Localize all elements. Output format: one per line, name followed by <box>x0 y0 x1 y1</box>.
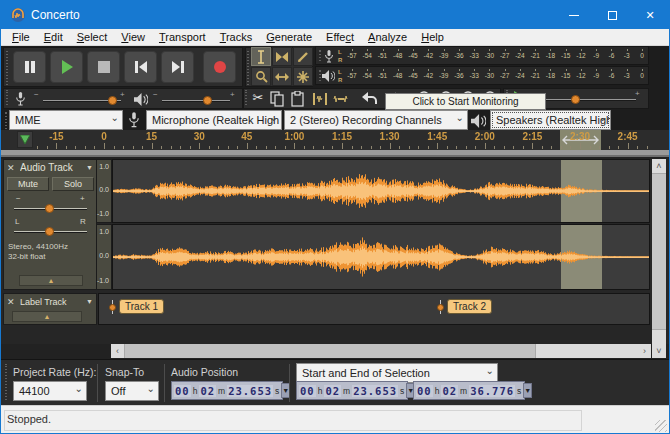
ruler-label: 2:30 <box>570 131 590 142</box>
mute-button[interactable]: Mute <box>7 177 49 191</box>
menu-help[interactable]: Help <box>414 31 451 43</box>
record-volume-handle[interactable] <box>108 96 117 105</box>
menu-edit[interactable]: Edit <box>37 31 70 43</box>
gain-handle[interactable] <box>45 204 54 213</box>
audio-track-title[interactable]: Audio Track <box>20 162 83 173</box>
title-bar[interactable]: Concerto ✕ <box>1 1 669 29</box>
copy-button[interactable] <box>269 91 285 107</box>
undo-button[interactable] <box>361 91 379 107</box>
envelope-tool-button[interactable] <box>272 47 292 66</box>
pan-handle[interactable] <box>45 227 54 236</box>
output-device-select[interactable]: Speakers (Realtek High Definiti⌄ <box>490 110 611 130</box>
waveform-channel-2[interactable] <box>112 224 650 290</box>
close-button[interactable]: ✕ <box>631 1 669 29</box>
pause-button[interactable] <box>13 51 46 83</box>
close-track-icon[interactable]: ✕ <box>7 163 17 173</box>
selection-end-field[interactable]: 00h02m36.776s▼ <box>413 381 525 400</box>
vertical-scroll-thumb[interactable] <box>652 173 666 330</box>
label-text[interactable]: Track 1 <box>119 299 164 314</box>
silence-audio-icon <box>333 91 349 107</box>
amplitude-ruler-ch2[interactable]: 1.00.0-1.0 <box>97 224 112 290</box>
record-button[interactable] <box>203 51 236 83</box>
solo-button[interactable]: Solo <box>52 177 94 191</box>
resize-grip[interactable] <box>655 420 667 432</box>
menu-transport[interactable]: Transport <box>152 31 213 43</box>
speed-handle[interactable] <box>571 95 580 104</box>
maximize-button[interactable] <box>593 1 631 29</box>
multi-tool-button[interactable] <box>293 67 313 86</box>
label-track-content[interactable]: Track 1Track 2 <box>98 293 650 325</box>
waveform-channel-1[interactable] <box>112 159 650 223</box>
track-menu-icon[interactable]: ▼ <box>86 298 93 305</box>
label-track-title[interactable]: Label Track <box>20 297 83 307</box>
silence-audio-button[interactable] <box>333 91 349 107</box>
timeline-ruler[interactable]: -1501530451:001:151:301:452:002:152:302:… <box>1 130 669 150</box>
play-button[interactable] <box>50 51 83 83</box>
tools-grip[interactable] <box>246 49 250 85</box>
horizontal-scroll-thumb[interactable] <box>124 344 536 358</box>
playback-meter[interactable]: LR -57-54-51-48-45-42-39-36-33-30-27-24-… <box>315 66 649 85</box>
menu-tracks[interactable]: Tracks <box>213 31 260 43</box>
menu-view[interactable]: View <box>114 31 152 43</box>
menu-generate[interactable]: Generate <box>259 31 319 43</box>
horizontal-scrollbar[interactable]: ‹ › <box>111 344 651 358</box>
snap-to-select[interactable]: Off⌄ <box>105 381 159 401</box>
host-select[interactable]: MME⌄ <box>9 110 123 130</box>
transport-grip[interactable] <box>5 49 9 85</box>
chevron-down-icon: ⌄ <box>75 383 83 394</box>
recording-meter-grip[interactable] <box>318 49 322 62</box>
paste-button[interactable] <box>290 91 305 107</box>
stop-icon <box>98 61 110 73</box>
edit-grip[interactable] <box>244 90 248 107</box>
scrub-bar[interactable] <box>1 150 669 157</box>
close-track-icon[interactable]: ✕ <box>7 297 17 307</box>
label-text[interactable]: Track 2 <box>447 299 492 314</box>
selection-mode-select[interactable]: Start and End of Selection⌄ <box>296 363 498 383</box>
recording-meter[interactable]: LR -57-54-51-48-45-42-39-36-33-30-27-24-… <box>315 46 649 65</box>
menu-analyze[interactable]: Analyze <box>361 31 414 43</box>
speed-slider[interactable] <box>544 99 636 101</box>
selection-start-field[interactable]: 00h02m23.653s▼ <box>296 381 408 400</box>
menu-select[interactable]: Select <box>70 31 115 43</box>
selection-tool-button[interactable] <box>251 47 271 66</box>
skip-to-start-button[interactable] <box>124 51 157 83</box>
scroll-up-button[interactable]: ˄ <box>652 159 666 173</box>
channels-select[interactable]: 2 (Stereo) Recording Channels⌄ <box>284 110 468 130</box>
label-flag-icon[interactable] <box>436 300 445 314</box>
scroll-right-button[interactable]: › <box>638 344 651 358</box>
menu-effect[interactable]: Effect <box>319 31 361 43</box>
audio-position-field[interactable]: 00h02m23.653s▼ <box>171 381 283 400</box>
zoom-tool-button[interactable] <box>251 67 271 86</box>
audio-track-panel[interactable]: ✕ Audio Track ▼ Mute Solo − + L R Stereo… <box>3 159 97 290</box>
play-volume-slider[interactable] <box>162 100 230 102</box>
menu-file[interactable]: File <box>5 31 37 43</box>
mixer-grip[interactable] <box>5 90 9 107</box>
cut-button[interactable]: ✂ <box>249 90 267 108</box>
play-volume-speaker-icon <box>134 93 148 106</box>
project-rate-label: Project Rate (Hz): <box>13 366 96 378</box>
input-device-select[interactable]: Microphone (Realtek High Defini⌄ <box>146 110 282 130</box>
scroll-down-button[interactable]: ˅ <box>652 344 666 358</box>
record-icon <box>213 60 227 74</box>
trim-audio-button[interactable] <box>312 91 328 107</box>
vertical-scrollbar[interactable]: ˄ ˅ <box>652 159 666 358</box>
skip-to-end-button[interactable] <box>161 51 194 83</box>
timeshift-tool-button[interactable] <box>272 67 292 86</box>
collapse-icon: ▲ <box>44 313 51 320</box>
track-menu-icon[interactable]: ▼ <box>86 164 93 171</box>
minimize-button[interactable] <box>555 1 593 29</box>
scroll-left-button[interactable]: ‹ <box>111 344 124 358</box>
label-track-panel[interactable]: ✕ Label Track ▼ ▲ <box>3 293 97 325</box>
device-grip[interactable] <box>4 111 8 130</box>
stop-button[interactable] <box>87 51 120 83</box>
timeline-options-button[interactable] <box>17 131 33 148</box>
label-flag-icon[interactable] <box>108 300 117 314</box>
selection-toolbar-grip[interactable] <box>4 364 8 402</box>
collapse-track-button[interactable]: ▲ <box>19 275 83 286</box>
play-volume-handle[interactable] <box>203 96 212 105</box>
amplitude-ruler-ch1[interactable]: 1.00.0-1.0 <box>97 159 112 223</box>
project-rate-select[interactable]: 44100⌄ <box>13 381 87 401</box>
draw-tool-button[interactable] <box>293 47 313 66</box>
collapse-label-track-button[interactable]: ▲ <box>12 311 82 322</box>
timefield-dropdown-icon[interactable]: ▼ <box>523 383 532 398</box>
